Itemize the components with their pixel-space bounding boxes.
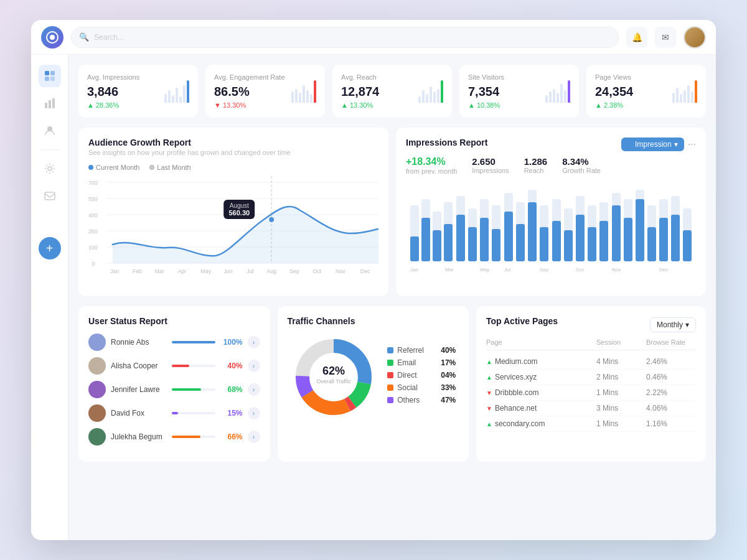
page-url: Medium.com: [495, 357, 538, 366]
stat-card-visitors: Site Visitors 7,354 ▲10.38%: [459, 65, 579, 118]
impressions-header: Impressions Report Impression ▾ ···: [406, 138, 696, 151]
user-bar-wrap: [172, 365, 215, 367]
page-url: Dribbble.com: [495, 388, 539, 397]
svg-text:Oct: Oct: [576, 267, 584, 273]
svg-rect-73: [612, 205, 621, 261]
page-name: ▼ Behance.net: [486, 404, 596, 413]
user-name: Julekha Begum: [111, 432, 167, 441]
svg-rect-7: [49, 100, 51, 108]
stat-card-impressions: Avg. Impressions 3,846 ▲28.36%: [78, 65, 198, 118]
svg-rect-75: [624, 218, 632, 261]
page-row: ▲ secondary.com 1 Mins 1.16%: [486, 416, 696, 432]
traffic-dot: [387, 397, 393, 403]
audience-growth-subtitle: See insights on how your profile has gro…: [88, 149, 378, 156]
stat-chart-visitors: [545, 80, 570, 103]
monthly-filter-btn[interactable]: Monthly ▾: [650, 317, 696, 332]
user-bar-wrap: [172, 412, 215, 414]
svg-text:Jun: Jun: [223, 268, 232, 274]
top-pages-title: Top Active Pages: [486, 316, 558, 326]
user-bar-wrap: [172, 388, 215, 391]
page-browse-rate: 2.22%: [646, 388, 696, 397]
sidebar-item-chart[interactable]: [39, 92, 61, 114]
user-avatar-small: [88, 334, 106, 351]
sidebar-item-dashboard[interactable]: [39, 65, 61, 87]
page-row: ▼ Behance.net 3 Mins 4.06%: [486, 401, 696, 416]
traffic-item: Others 47%: [387, 396, 456, 404]
page-session: 2 Mins: [596, 373, 646, 381]
mail-button[interactable]: ✉: [655, 27, 676, 48]
stat-chart-engagement: [291, 80, 316, 103]
trend-up-icon: ▲: [486, 421, 492, 427]
traffic-dot: [387, 385, 393, 391]
user-detail-btn[interactable]: ›: [248, 431, 260, 443]
user-detail-btn[interactable]: ›: [248, 336, 260, 348]
user-name: Ronnie Abs: [111, 338, 167, 347]
page-name: ▲ Services.xyz: [486, 373, 596, 381]
page-browse-rate: 4.06%: [646, 404, 696, 413]
stat-change-impressions: ▲28.36%: [87, 101, 189, 109]
user-bar: [172, 341, 215, 343]
user-detail-btn[interactable]: ›: [248, 360, 260, 372]
pages-col-headers: Page Session Browse Rate: [486, 338, 696, 350]
impressions-more-btn[interactable]: ···: [688, 139, 696, 150]
svg-text:0: 0: [92, 261, 95, 267]
page-row: ▲ Medium.com 4 Mins 2.46%: [486, 354, 696, 370]
stat-chart-pageviews: [672, 80, 697, 103]
impression-filter-btn[interactable]: Impression ▾: [621, 138, 684, 151]
imp-stat-reach: 1.286 Reach: [524, 156, 548, 174]
user-status-card: User Status Report Ronnie Abs 100% › Ali…: [78, 306, 270, 462]
traffic-dot: [387, 372, 393, 378]
svg-text:Aug: Aug: [266, 268, 276, 274]
user-detail-btn[interactable]: ›: [248, 407, 260, 419]
logo-icon: [41, 26, 63, 49]
svg-rect-65: [564, 230, 573, 261]
nav-right: 🔔 ✉: [626, 26, 706, 49]
sidebar-item-users[interactable]: [39, 119, 61, 142]
main-layout: + Avg. Impressions 3,846 ▲28.36%: [31, 55, 716, 540]
impressions-stats: 2.650 Impressions 1.286 Reach 8.34% Grow…: [472, 156, 601, 174]
sidebar-item-settings[interactable]: [39, 157, 61, 180]
impressions-growth-block: +18.34% from prev. month: [406, 156, 457, 175]
page-row: ▲ Services.xyz 2 Mins 0.46%: [486, 370, 696, 385]
user-detail-btn[interactable]: ›: [248, 383, 260, 396]
svg-text:700: 700: [88, 180, 98, 186]
traffic-channels-card: Traffic Channels: [278, 306, 469, 462]
sidebar-add-button[interactable]: +: [39, 237, 61, 259]
trend-up-icon: ▲: [486, 358, 492, 365]
page-url: Services.xyz: [495, 373, 537, 381]
traffic-dot: [387, 360, 393, 366]
user-pct: 68%: [220, 385, 243, 394]
page-url: secondary.com: [495, 419, 545, 428]
sidebar-item-messages[interactable]: [39, 185, 61, 207]
svg-point-100: [310, 353, 357, 401]
traffic-name: Direct: [397, 371, 432, 380]
search-bar[interactable]: 🔍 Search...: [71, 27, 619, 48]
svg-rect-39: [410, 236, 419, 261]
svg-point-1: [50, 35, 55, 40]
audience-growth-title: Audience Growth Report: [88, 138, 378, 147]
page-url: Behance.net: [495, 404, 537, 413]
page-row: ▼ Dribbble.com 1 Mins 2.22%: [486, 385, 696, 401]
svg-rect-43: [433, 230, 441, 261]
svg-rect-4: [45, 77, 49, 81]
svg-rect-81: [659, 218, 668, 261]
stat-change-visitors: ▲10.38%: [468, 101, 570, 109]
page-name: ▲ secondary.com: [486, 419, 596, 428]
user-row: Jennifer Lawre 68% ›: [88, 381, 260, 398]
user-avatar-small: [88, 357, 106, 375]
user-avatar[interactable]: [684, 26, 706, 49]
svg-point-25: [269, 217, 274, 222]
sidebar-divider: [40, 149, 59, 150]
svg-rect-41: [421, 218, 430, 261]
user-bar-wrap: [172, 341, 215, 343]
svg-text:Dec: Dec: [360, 268, 370, 274]
svg-text:250: 250: [88, 228, 98, 235]
traffic-name: Social: [397, 383, 432, 392]
trend-down-icon: ▼: [486, 390, 492, 396]
user-avatar-small: [88, 404, 106, 422]
svg-rect-79: [647, 227, 656, 261]
impressions-title: Impressions Report: [406, 138, 487, 147]
svg-text:Apr: Apr: [178, 268, 187, 274]
notification-button[interactable]: 🔔: [626, 27, 647, 48]
donut-wrap: 62% Overall Traffic Referrel 40% Email 1…: [288, 334, 459, 421]
